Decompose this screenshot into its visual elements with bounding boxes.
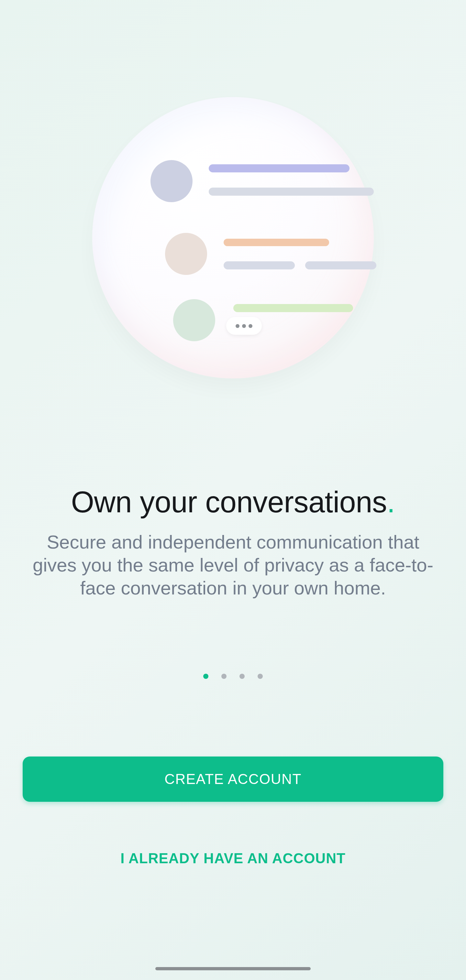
chat-line-icon: [305, 261, 377, 269]
onboarding-title: Own your conversations.: [71, 485, 395, 519]
chat-line-icon: [223, 239, 329, 246]
onboarding-title-text: Own your conversations: [71, 485, 387, 519]
chat-line-icon: [233, 304, 353, 312]
chat-line-icon: [209, 188, 374, 196]
page-indicator: [203, 674, 263, 679]
chat-avatar-icon: [150, 160, 193, 202]
chat-line-icon: [209, 164, 350, 172]
chat-avatar-icon: [165, 233, 207, 275]
create-account-button[interactable]: CREATE ACCOUNT: [23, 757, 443, 802]
bubble-bg: [92, 97, 374, 379]
title-period: .: [387, 485, 395, 519]
page-dot-3[interactable]: [239, 674, 245, 679]
onboarding-illustration: [92, 97, 374, 379]
existing-account-button[interactable]: I ALREADY HAVE AN ACCOUNT: [120, 850, 346, 867]
chat-avatar-icon: [173, 299, 215, 341]
page-dot-1[interactable]: [203, 674, 208, 679]
typing-indicator-icon: [226, 317, 262, 335]
page-dot-4[interactable]: [258, 674, 263, 679]
chat-line-icon: [223, 261, 295, 269]
onboarding-subtitle: Secure and independent communication tha…: [26, 531, 440, 599]
page-dot-2[interactable]: [221, 674, 227, 679]
home-indicator[interactable]: [155, 967, 311, 970]
